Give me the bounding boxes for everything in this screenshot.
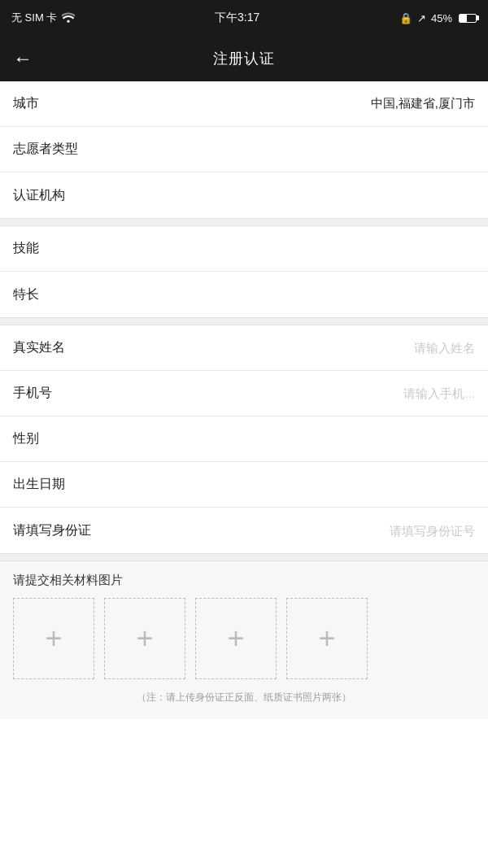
- id-card-input[interactable]: [91, 524, 475, 538]
- plus-icon-3: +: [227, 624, 244, 653]
- wifi-icon: [62, 11, 75, 25]
- battery-icon: [459, 14, 477, 23]
- status-bar-right: 🔒 ↗ 45%: [399, 12, 477, 24]
- battery-label: 45%: [431, 12, 452, 24]
- status-bar: 无 SIM 卡 下午3:17 🔒 ↗ 45%: [0, 0, 488, 36]
- real-name-row[interactable]: 真实姓名: [0, 325, 488, 371]
- upload-box-4[interactable]: +: [286, 598, 368, 679]
- volunteer-type-label: 志愿者类型: [13, 141, 86, 158]
- lock-icon: 🔒: [399, 12, 412, 24]
- upload-boxes: + + + +: [13, 598, 475, 679]
- carrier-label: 无 SIM 卡: [11, 11, 57, 25]
- status-bar-left: 无 SIM 卡: [11, 11, 75, 25]
- gender-label: 性别: [13, 430, 86, 447]
- upload-box-2[interactable]: +: [104, 598, 185, 679]
- plus-icon-1: +: [45, 624, 62, 653]
- upload-box-1[interactable]: +: [13, 598, 94, 679]
- id-card-label: 请填写身份证: [13, 522, 91, 539]
- section-1: 城市 中国,福建省,厦门市 志愿者类型 认证机构: [0, 81, 488, 218]
- volunteer-type-row[interactable]: 志愿者类型: [0, 127, 488, 172]
- form-container: 城市 中国,福建省,厦门市 志愿者类型 认证机构 技能 特长 真实姓名: [0, 81, 488, 719]
- back-button[interactable]: ←: [13, 49, 33, 68]
- page-title: 注册认证: [213, 49, 275, 68]
- plus-icon-4: +: [318, 624, 335, 653]
- plus-icon-2: +: [136, 624, 153, 653]
- nav-bar: ← 注册认证: [0, 36, 488, 81]
- upload-section: 请提交相关材料图片 + + + + （注：请上传身份证正反面、纸质证书照片两张）: [0, 561, 488, 719]
- real-name-label: 真实姓名: [13, 339, 86, 356]
- auth-org-label: 认证机构: [13, 187, 86, 204]
- skill-label: 技能: [13, 240, 86, 257]
- skill-row[interactable]: 技能: [0, 226, 488, 272]
- birthday-label: 出生日期: [13, 476, 86, 493]
- city-row[interactable]: 城市 中国,福建省,厦门市: [0, 81, 488, 127]
- specialty-row[interactable]: 特长: [0, 272, 488, 317]
- phone-input[interactable]: [86, 386, 475, 400]
- section-divider-3: [0, 553, 488, 561]
- section-divider-2: [0, 317, 488, 325]
- section-2: 技能 特长: [0, 226, 488, 317]
- real-name-input[interactable]: [86, 341, 475, 355]
- upload-box-3[interactable]: +: [195, 598, 277, 679]
- city-label: 城市: [13, 95, 86, 112]
- upload-note: （注：请上传身份证正反面、纸质证书照片两张）: [13, 687, 475, 711]
- auth-org-row[interactable]: 认证机构: [0, 172, 488, 218]
- gender-row[interactable]: 性别: [0, 417, 488, 462]
- gps-icon: ↗: [417, 12, 426, 24]
- phone-row[interactable]: 手机号: [0, 371, 488, 417]
- id-card-row[interactable]: 请填写身份证: [0, 508, 488, 553]
- upload-label: 请提交相关材料图片: [13, 573, 475, 588]
- phone-label: 手机号: [13, 385, 86, 402]
- section-3: 真实姓名 手机号 性别 出生日期 请填写身份证: [0, 325, 488, 553]
- time-label: 下午3:17: [215, 11, 259, 25]
- section-divider-1: [0, 218, 488, 226]
- city-value: 中国,福建省,厦门市: [371, 96, 475, 111]
- specialty-label: 特长: [13, 286, 86, 303]
- birthday-row[interactable]: 出生日期: [0, 462, 488, 508]
